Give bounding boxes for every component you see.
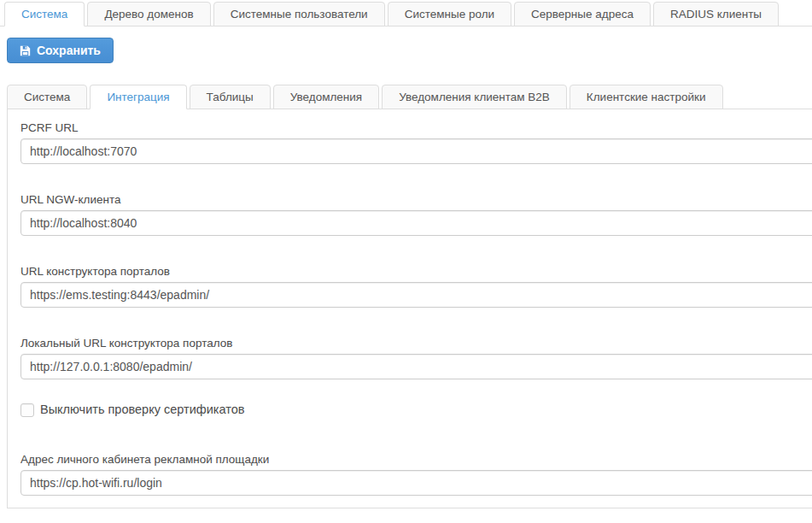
inner-tab-client-settings[interactable]: Клиентские настройки [570, 85, 723, 109]
inner-tab-tables[interactable]: Таблицы [190, 85, 271, 109]
tab-system-users[interactable]: Системные пользователи [213, 2, 385, 26]
portal-constructor-url-label: URL конструктора порталов [20, 265, 812, 278]
floppy-disk-icon [20, 45, 31, 56]
tab-system-roles[interactable]: Системные роли [388, 2, 511, 26]
tab-system[interactable]: Система [4, 2, 85, 26]
disable-cert-check-field: Выключить проверку сертификатов [20, 403, 812, 417]
save-button[interactable]: Сохранить [7, 38, 114, 63]
local-portal-constructor-url-input[interactable] [20, 354, 812, 379]
pcrf-url-label: PCRF URL [20, 121, 812, 134]
disable-cert-check-checkbox[interactable] [20, 403, 34, 417]
ngw-url-label: URL NGW-клиента [20, 193, 812, 206]
integration-panel: PCRF URL URL NGW-клиента URL конструктор… [7, 109, 812, 508]
inner-tab-notifications[interactable]: Уведомления [273, 85, 379, 109]
inner-tab-system[interactable]: Система [7, 85, 87, 109]
portal-constructor-url-input[interactable] [20, 282, 812, 308]
portal-constructor-url-field: URL конструктора порталов [20, 265, 812, 308]
inner-tab-b2b-notifications[interactable]: Уведомления клиентам B2B [382, 85, 567, 109]
ngw-url-field: URL NGW-клиента [20, 193, 812, 236]
pcrf-url-field: PCRF URL [20, 121, 812, 164]
save-button-label: Сохранить [37, 44, 101, 57]
settings-page: Система Дерево доменов Системные пользов… [0, 0, 812, 508]
settings-tab-bar: Система Интеграция Таблицы Уведомления У… [7, 85, 812, 109]
tab-server-addresses[interactable]: Серверные адреса [514, 2, 651, 26]
ad-platform-url-input[interactable] [20, 470, 812, 496]
tab-domain-tree[interactable]: Дерево доменов [87, 2, 210, 26]
ad-platform-url-label: Адрес личного кабинета рекламной площадк… [20, 453, 812, 466]
ad-platform-url-field: Адрес личного кабинета рекламной площадк… [20, 453, 812, 496]
disable-cert-check-label[interactable]: Выключить проверку сертификатов [40, 403, 244, 417]
toolbar: Сохранить [7, 38, 812, 63]
ngw-url-input[interactable] [20, 210, 812, 236]
local-portal-constructor-url-field: Локальный URL конструктора порталов [20, 337, 812, 379]
pcrf-url-input[interactable] [20, 138, 812, 164]
local-portal-constructor-url-label: Локальный URL конструктора порталов [20, 337, 812, 350]
inner-tab-integration[interactable]: Интеграция [90, 85, 186, 109]
system-settings-section: Система Интеграция Таблицы Уведомления У… [7, 85, 812, 508]
main-tab-bar: Система Дерево доменов Системные пользов… [0, 0, 812, 26]
tab-radius-clients[interactable]: RADIUS клиенты [653, 2, 779, 26]
